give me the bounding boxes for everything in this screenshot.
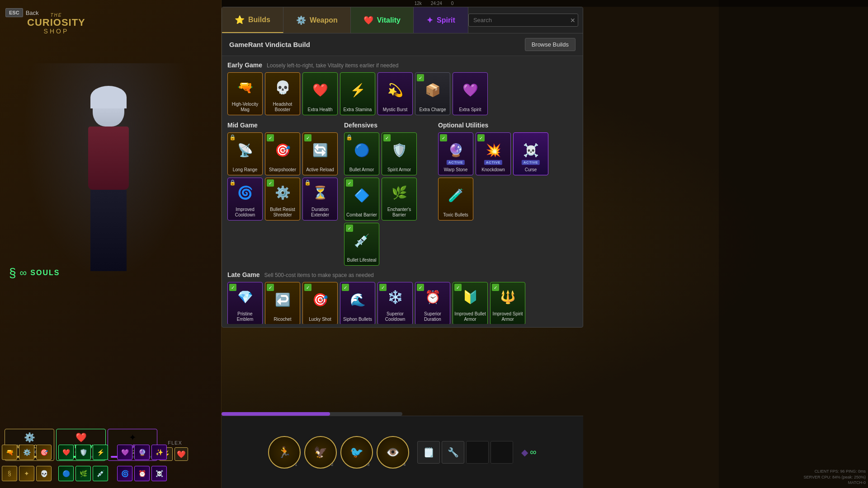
bi-spirit-2[interactable]: 🔮 xyxy=(134,445,150,460)
bi-weapon-4[interactable]: § xyxy=(2,466,17,481)
esc-button[interactable]: ESC xyxy=(5,8,23,17)
item-combat-barrier[interactable]: ✓ 🔷 Combat Barrier xyxy=(344,178,379,221)
bi-spirit-5[interactable]: ⏰ xyxy=(134,466,150,481)
mid-game-section: Mid Game 🔒 📡 Long Range ✓ 🎯 Sharpshooter xyxy=(227,122,340,266)
browse-builds-button[interactable]: Browse Builds xyxy=(525,38,576,51)
item-lucky-shot[interactable]: ✓ 🎯 Lucky Shot xyxy=(302,282,338,324)
improved-cooldown-lock: 🔒 xyxy=(229,179,236,186)
item-headshot-booster[interactable]: 💀 Headshot Booster xyxy=(265,72,300,115)
bi-spirit-3[interactable]: ✨ xyxy=(151,445,167,460)
superior-cooldown-check: ✓ xyxy=(379,284,387,291)
bi-weapon-3[interactable]: 🎯 xyxy=(36,445,52,460)
skill-3-icon: 🐦 xyxy=(350,446,363,459)
mid-game-title: Mid Game xyxy=(227,122,258,129)
bi-weapon-2[interactable]: ⚙️ xyxy=(19,445,34,460)
skill-slot-4[interactable]: 👁️ 4 xyxy=(377,436,409,469)
warp-stone-check: ✓ xyxy=(440,134,447,141)
item-label-lucky-shot: Lucky Shot xyxy=(308,317,332,322)
item-pristine-emblem[interactable]: ✓ 💎 Pristine Emblem xyxy=(227,282,263,324)
item-extra-health[interactable]: ❤️ Extra Health xyxy=(302,72,338,115)
item-improved-spirit-armor[interactable]: ✓ 🔱 Improved Spirit Armor xyxy=(490,282,525,324)
item-superior-duration[interactable]: ✓ ⏰ Superior Duration xyxy=(415,282,450,324)
bi-vitality-2[interactable]: 🛡️ xyxy=(75,445,91,460)
passive-slot-2[interactable]: 🔧 xyxy=(442,441,464,464)
bi-spirit-6[interactable]: ☠️ xyxy=(151,466,167,481)
ricochet-check: ✓ xyxy=(267,284,274,291)
early-game-subtitle: Loosely left-to-right, take Vitality ite… xyxy=(267,62,398,69)
item-warp-stone[interactable]: ✓ 🔮 ACTIVE Warp Stone xyxy=(438,132,473,175)
item-duration-extender[interactable]: 🔒 ⏳ Duration Extender xyxy=(302,178,338,221)
bi-weapon-1[interactable]: 🔫 xyxy=(2,445,17,460)
skill-slot-3[interactable]: 🐦 3 xyxy=(340,436,373,469)
item-label-improved-cooldown: Improved Cooldown xyxy=(228,207,262,218)
item-bullet-armor[interactable]: 🔒 🔵 Bullet Armor xyxy=(344,132,379,175)
extra-charge-check: ✓ xyxy=(417,74,424,81)
item-toxic-bullets[interactable]: 🧪 Toxic Bullets xyxy=(438,178,473,221)
item-label-extra-spirit: Extra Spirit xyxy=(458,107,482,113)
skill-slot-2[interactable]: 🦅 2 xyxy=(304,436,337,469)
item-long-range[interactable]: 🔒 📡 Long Range xyxy=(227,132,263,175)
passive-slot-4[interactable] xyxy=(491,441,513,464)
item-extra-charge[interactable]: ✓ 📦 Extra Charge xyxy=(415,72,450,115)
item-curse[interactable]: ☠️ ACTIVE Curse xyxy=(513,132,548,175)
late-game-header: Late Game Sell 500-cost items to make sp… xyxy=(227,271,577,278)
item-improved-bullet-armor[interactable]: ✓ 🔰 Improved Bullet Armor xyxy=(453,282,488,324)
item-bullet-resist-shredder[interactable]: ✓ ⚙️ Bullet Resist Shredder xyxy=(265,178,300,221)
sys-info-line2: SERVER CPU: 84% (peak: 250%) xyxy=(804,474,866,480)
item-knockdown[interactable]: ✓ 💥 ACTIVE Knockdown xyxy=(476,132,511,175)
souls-display: § ∞ SOULS xyxy=(9,266,60,280)
bi-vitality-6[interactable]: 💉 xyxy=(93,466,108,481)
item-siphon-bullets[interactable]: ✓ 🌊 Siphon Bullets xyxy=(340,282,375,324)
bi-weapon-6[interactable]: 💀 xyxy=(36,466,52,481)
tab-vitality[interactable]: ❤️ Vitality xyxy=(351,7,414,33)
knockdown-active-label: ACTIVE xyxy=(484,160,502,165)
tab-spirit[interactable]: ✦ Spirit xyxy=(414,7,468,33)
skill-3-number: 3 xyxy=(367,462,369,467)
item-bullet-lifesteal[interactable]: ✓ 💉 Bullet Lifesteal xyxy=(344,223,379,266)
defensives-title: Defensives xyxy=(344,122,377,129)
loop-connector-icon: ∞ xyxy=(530,447,536,457)
search-input[interactable] xyxy=(468,14,578,27)
souls-icon: § xyxy=(9,266,16,280)
item-mystic-burst[interactable]: 💫 Mystic Burst xyxy=(377,72,413,115)
item-sharpshooter[interactable]: ✓ 🎯 Sharpshooter xyxy=(265,132,300,175)
bi-vitality-4[interactable]: 🔵 xyxy=(58,466,74,481)
skill-1-icon: 🏃 xyxy=(278,446,291,459)
bi-vitality-5[interactable]: 🌿 xyxy=(75,466,91,481)
flex-item-2[interactable]: ❤️ xyxy=(175,447,188,461)
mid-game-items: 🔒 📡 Long Range ✓ 🎯 Sharpshooter ✓ 🔄 Acti… xyxy=(227,132,340,221)
spirit-tab-label: Spirit xyxy=(437,16,455,24)
item-superior-cooldown[interactable]: ✓ ❄️ Superior Cooldown xyxy=(377,282,413,324)
item-high-velocity-mag[interactable]: 🔫 High-Velocity Mag xyxy=(227,72,263,115)
item-label-combat-barrier: Combat Barrier xyxy=(345,212,378,218)
bi-vitality-1[interactable]: ❤️ xyxy=(58,445,74,460)
tab-builds[interactable]: ⭐ Builds xyxy=(222,7,283,33)
bottom-items-vitality: ❤️ 🛡️ ⚡ 🔵 🌿 💉 xyxy=(57,443,111,488)
bi-vitality-3[interactable]: ⚡ xyxy=(93,445,108,460)
early-game-section: Early Game Loosely left-to-right, take V… xyxy=(227,61,577,115)
item-label-siphon-bullets: Siphon Bullets xyxy=(342,317,373,322)
tab-weapon[interactable]: ⚙️ Weapon xyxy=(283,7,351,33)
item-active-reload[interactable]: ✓ 🔄 Active Reload xyxy=(302,132,338,175)
search-close-icon[interactable]: ✕ xyxy=(570,17,576,24)
bi-weapon-5[interactable]: ✦ xyxy=(19,466,34,481)
builds-tab-icon: ⭐ xyxy=(235,15,245,25)
item-label-improved-spirit-armor: Improved Spirit Armor xyxy=(491,311,525,322)
item-spirit-armor[interactable]: ✓ 🛡️ Spirit Armor xyxy=(382,132,417,175)
item-ricochet[interactable]: ✓ ↩️ Ricochet xyxy=(265,282,300,324)
bi-spirit-4[interactable]: 🌀 xyxy=(117,466,132,481)
item-icon-headshot: 💀 xyxy=(265,73,300,102)
item-label-headshot: Headshot Booster xyxy=(265,102,300,113)
item-improved-cooldown[interactable]: 🔒 🌀 Improved Cooldown xyxy=(227,178,263,221)
skill-slot-1[interactable]: 🏃 1 xyxy=(268,436,301,469)
passive-slot-1[interactable]: 🗒️ xyxy=(417,441,440,464)
passive-slot-3[interactable] xyxy=(466,441,489,464)
item-enchanters-barrier[interactable]: 🌿 Enchanter's Barrier xyxy=(382,178,417,221)
bi-spirit-1[interactable]: 💜 xyxy=(117,445,132,460)
item-label-mystic-burst: Mystic Burst xyxy=(382,107,408,113)
item-label-spirit-armor: Spirit Armor xyxy=(387,167,412,173)
item-extra-spirit[interactable]: 💜 Extra Spirit xyxy=(453,72,488,115)
search-input-wrapper: ✕ xyxy=(468,14,578,27)
item-extra-stamina[interactable]: ⚡ Extra Stamina xyxy=(340,72,375,115)
item-label-duration-extender: Duration Extender xyxy=(303,207,337,218)
